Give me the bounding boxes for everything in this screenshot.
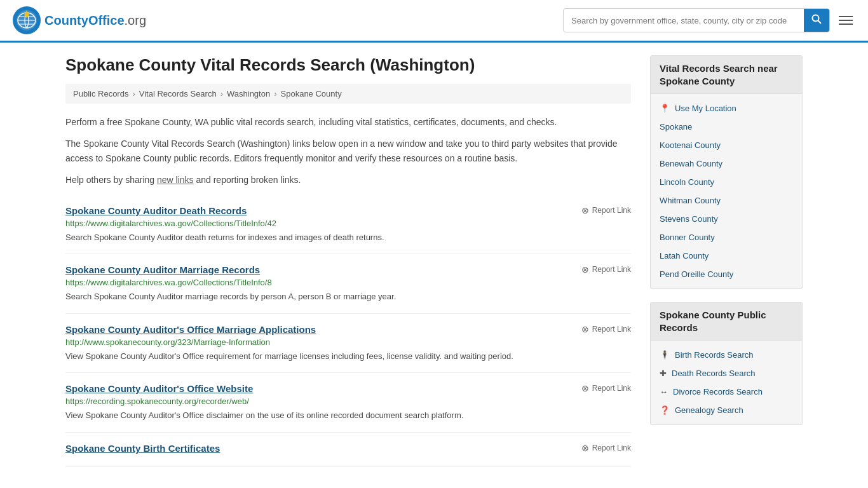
logo-icon xyxy=(13,6,41,34)
menu-button[interactable] xyxy=(836,13,855,27)
public-record-icon: ❓ xyxy=(660,405,670,415)
description-3-prefix: Help others by sharing xyxy=(65,175,157,185)
main-container: Spokane County Vital Records Search (Was… xyxy=(53,43,815,480)
nearby-item-link[interactable]: Benewah County xyxy=(660,159,722,168)
record-desc: View Spokane County Auditor's Office dis… xyxy=(65,409,631,422)
public-records-section: Spokane County Public Records 🕴 Birth Re… xyxy=(650,302,803,425)
record-title[interactable]: Spokane County Auditor's Office Marriage… xyxy=(65,324,316,335)
new-links-link[interactable]: new links xyxy=(157,175,194,185)
public-record-icon: 🕴 xyxy=(660,350,670,360)
record-title[interactable]: Spokane County Auditor Marriage Records xyxy=(65,264,260,275)
content-area: Spokane County Vital Records Search (Was… xyxy=(65,55,631,467)
sidebar: Vital Records Search near Spokane County… xyxy=(650,55,803,467)
description-3-suffix: and reporting broken links. xyxy=(194,175,301,185)
record-desc: View Spokane County Auditor's Office req… xyxy=(65,350,631,363)
record-url[interactable]: https://www.digitalarchives.wa.gov/Colle… xyxy=(65,278,631,287)
nearby-item-link[interactable]: Spokane xyxy=(660,122,692,132)
breadcrumb-sep-1: › xyxy=(132,89,135,98)
nearby-item-link[interactable]: Pend Oreille County xyxy=(660,269,733,279)
report-icon: ⊗ xyxy=(581,443,589,453)
search-icon xyxy=(811,14,822,24)
record-url[interactable]: http://www.spokanecounty.org/323/Marriag… xyxy=(65,337,631,347)
record-desc: Search Spokane County Auditor marriage r… xyxy=(65,290,631,303)
search-bar xyxy=(563,8,830,32)
report-link[interactable]: ⊗ Report Link xyxy=(581,324,631,334)
record-item: Spokane County Auditor Marriage Records … xyxy=(65,254,631,314)
nearby-item-link[interactable]: Lincoln County xyxy=(660,177,714,187)
header-search-area xyxy=(563,8,855,32)
nearby-items: SpokaneKootenai CountyBenewah CountyLinc… xyxy=(651,118,802,283)
breadcrumb-spokane-county[interactable]: Spokane County xyxy=(281,89,342,98)
use-my-location-link[interactable]: Use My Location xyxy=(675,104,736,113)
nearby-item-link[interactable]: Bonner County xyxy=(660,233,715,242)
breadcrumb-sep-2: › xyxy=(220,89,223,98)
report-link[interactable]: ⊗ Report Link xyxy=(581,264,631,274)
record-desc: Search Spokane County Auditor death retu… xyxy=(65,231,631,244)
logo-text: CountyOffice.org xyxy=(44,13,146,28)
report-icon: ⊗ xyxy=(581,264,589,274)
public-record-link[interactable]: Genealogy Search xyxy=(675,405,743,415)
nearby-item-link[interactable]: Whitman County xyxy=(660,196,721,205)
report-label: Report Link xyxy=(592,444,631,452)
nearby-item: Benewah County xyxy=(651,154,802,173)
location-icon: 📍 xyxy=(660,104,670,113)
public-record-link[interactable]: Birth Records Search xyxy=(675,350,754,360)
nearby-item: Kootenai County xyxy=(651,136,802,154)
public-records-body: 🕴 Birth Records Search ✚ Death Records S… xyxy=(651,341,802,424)
breadcrumb-washington[interactable]: Washington xyxy=(227,89,270,98)
records-list: Spokane County Auditor Death Records ⊗ R… xyxy=(65,195,631,467)
public-record-link[interactable]: Divorce Records Search xyxy=(673,387,763,396)
record-item: Spokane County Birth Certificates ⊗ Repo… xyxy=(65,433,631,467)
nearby-item: Bonner County xyxy=(651,228,802,247)
nearby-section: Vital Records Search near Spokane County… xyxy=(650,55,803,289)
record-item: Spokane County Auditor Death Records ⊗ R… xyxy=(65,195,631,255)
report-label: Report Link xyxy=(592,265,631,274)
nearby-item: Stevens County xyxy=(651,210,802,228)
page-title: Spokane County Vital Records Search (Was… xyxy=(65,55,631,75)
nearby-item-link[interactable]: Kootenai County xyxy=(660,140,721,150)
report-label: Report Link xyxy=(592,384,631,393)
nearby-item-link[interactable]: Stevens County xyxy=(660,214,718,224)
description-1: Perform a free Spokane County, WA public… xyxy=(65,115,631,129)
public-record-item: ❓ Genealogy Search xyxy=(651,401,802,419)
nearby-title: Vital Records Search near Spokane County xyxy=(651,56,802,94)
breadcrumb-public-records[interactable]: Public Records xyxy=(73,89,128,98)
report-label: Report Link xyxy=(592,325,631,334)
report-link[interactable]: ⊗ Report Link xyxy=(581,443,631,453)
public-records-items: 🕴 Birth Records Search ✚ Death Records S… xyxy=(651,346,802,419)
nearby-item-link[interactable]: Latah County xyxy=(660,251,709,261)
record-title[interactable]: Spokane County Auditor Death Records xyxy=(65,205,247,216)
record-title[interactable]: Spokane County Birth Certificates xyxy=(65,443,220,454)
site-header: CountyOffice.org xyxy=(0,0,868,43)
logo[interactable]: CountyOffice.org xyxy=(13,6,146,34)
report-icon: ⊗ xyxy=(581,324,589,334)
record-title[interactable]: Spokane County Auditor's Office Website xyxy=(65,383,253,394)
description-2: The Spokane County Vital Records Search … xyxy=(65,137,631,165)
svg-line-4 xyxy=(818,21,822,24)
public-record-item: ✚ Death Records Search xyxy=(651,364,802,383)
nearby-item: Lincoln County xyxy=(651,173,802,191)
record-item: Spokane County Auditor's Office Website … xyxy=(65,373,631,433)
use-my-location-item: 📍 Use My Location xyxy=(651,99,802,118)
breadcrumb-vital-records[interactable]: Vital Records Search xyxy=(139,89,217,98)
public-record-item: ↔ Divorce Records Search xyxy=(651,383,802,401)
record-url[interactable]: https://recording.spokanecounty.org/reco… xyxy=(65,396,631,406)
public-record-icon: ↔ xyxy=(660,387,668,396)
breadcrumb-sep-3: › xyxy=(274,89,276,98)
nearby-item: Pend Oreille County xyxy=(651,265,802,283)
nearby-body: 📍 Use My Location SpokaneKootenai County… xyxy=(651,94,802,288)
public-record-link[interactable]: Death Records Search xyxy=(672,369,756,378)
public-record-item: 🕴 Birth Records Search xyxy=(651,346,802,364)
search-button[interactable] xyxy=(804,9,829,32)
public-record-icon: ✚ xyxy=(660,369,667,378)
nearby-item: Latah County xyxy=(651,247,802,265)
report-link[interactable]: ⊗ Report Link xyxy=(581,383,631,393)
nearby-item: Whitman County xyxy=(651,191,802,210)
record-item: Spokane County Auditor's Office Marriage… xyxy=(65,314,631,374)
search-input[interactable] xyxy=(564,11,804,30)
report-label: Report Link xyxy=(592,206,631,215)
report-link[interactable]: ⊗ Report Link xyxy=(581,205,631,215)
description-3: Help others by sharing new links and rep… xyxy=(65,173,631,187)
nearby-item: Spokane xyxy=(651,118,802,136)
record-url[interactable]: https://www.digitalarchives.wa.gov/Colle… xyxy=(65,219,631,228)
